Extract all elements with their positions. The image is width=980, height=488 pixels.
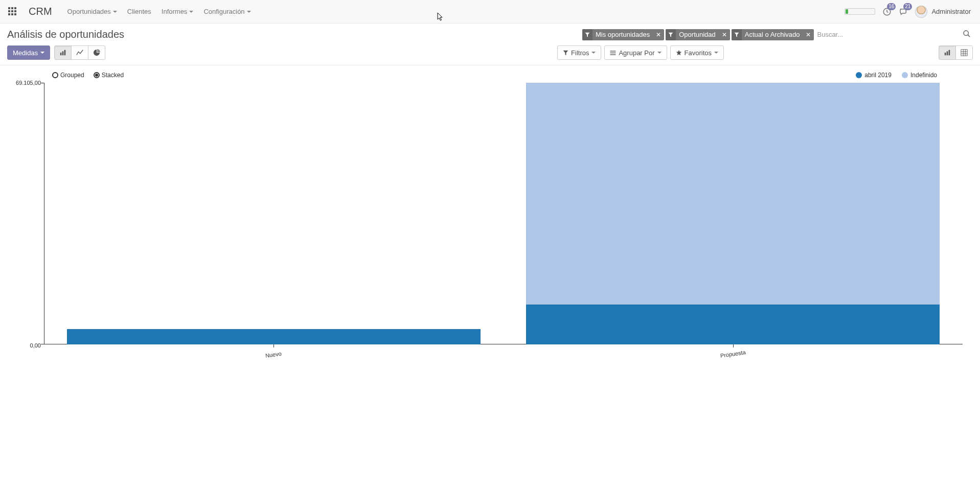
chart-controls: Grouped Stacked abril 2019 Indefinido bbox=[2, 72, 978, 79]
filter-icon bbox=[582, 29, 592, 40]
pie-chart-icon bbox=[93, 49, 100, 56]
svg-rect-10 bbox=[949, 50, 950, 56]
search-facet: Actual o Archivado ✕ bbox=[732, 29, 814, 40]
legend-item[interactable]: Indefinido bbox=[902, 72, 937, 79]
svg-rect-2 bbox=[60, 53, 62, 55]
svg-point-1 bbox=[964, 31, 968, 35]
button-label: Favoritos bbox=[685, 49, 712, 57]
svg-rect-5 bbox=[610, 51, 616, 51]
grid-icon bbox=[961, 49, 968, 56]
navbar-right: 16 21 Administrator bbox=[845, 6, 976, 18]
avatar bbox=[915, 6, 927, 18]
pivot-view-button[interactable] bbox=[955, 45, 973, 60]
line-chart-icon bbox=[76, 49, 83, 56]
grouped-toggle[interactable]: Grouped bbox=[52, 72, 84, 79]
filter-icon bbox=[732, 29, 742, 40]
control-panel: Análisis de oportunidades Mis oportunida… bbox=[0, 24, 980, 65]
legend-label: Indefinido bbox=[910, 72, 937, 79]
messages-icon[interactable]: 21 bbox=[899, 7, 908, 16]
bar-chart-icon bbox=[59, 49, 66, 56]
chart-legend: abril 2019 Indefinido bbox=[856, 72, 937, 79]
nav-item-label: Informes bbox=[162, 8, 188, 15]
bar-segment[interactable] bbox=[526, 83, 940, 305]
measures-button[interactable]: Medidas bbox=[7, 45, 50, 60]
chevron-down-icon bbox=[657, 52, 662, 54]
toggle-label: Grouped bbox=[60, 72, 84, 79]
x-tick-label: Propuesta bbox=[720, 349, 746, 359]
line-chart-button[interactable] bbox=[71, 45, 88, 60]
button-label: Agrupar Por bbox=[619, 49, 654, 57]
facet-label: Actual o Archivado bbox=[742, 31, 803, 38]
bar-segment[interactable] bbox=[526, 305, 940, 344]
chevron-down-icon bbox=[113, 11, 117, 13]
svg-rect-9 bbox=[947, 51, 948, 55]
filter-group: Filtros Agrupar Por Favoritos bbox=[557, 45, 724, 60]
svg-rect-7 bbox=[610, 54, 616, 55]
toggle-label: Stacked bbox=[102, 72, 124, 79]
facet-label: Mis oportunidades bbox=[592, 31, 653, 38]
svg-rect-6 bbox=[610, 52, 616, 53]
filter-icon bbox=[666, 29, 676, 40]
chevron-down-icon bbox=[591, 52, 596, 54]
chevron-down-icon bbox=[247, 11, 251, 13]
facet-remove[interactable]: ✕ bbox=[803, 29, 814, 40]
legend-item[interactable]: abril 2019 bbox=[856, 72, 892, 79]
radio-icon bbox=[52, 72, 58, 78]
graph-view-button[interactable] bbox=[939, 45, 956, 60]
nav-item-label: Configuración bbox=[203, 8, 244, 15]
chart-type-group bbox=[54, 45, 105, 60]
navbar: CRM Oportunidades Clientes Informes Conf… bbox=[0, 0, 980, 24]
y-tick-label: 0,00 bbox=[30, 342, 41, 348]
page-title: Análisis de oportunidades bbox=[7, 29, 124, 40]
bar-group[interactable] bbox=[504, 83, 963, 344]
facet-remove[interactable]: ✕ bbox=[719, 29, 730, 40]
search-bar: Mis oportunidades ✕ Oportunidad ✕ Actual… bbox=[582, 29, 973, 40]
chart-area: Grouped Stacked abril 2019 Indefinido 69… bbox=[0, 65, 980, 359]
nav-item-label: Clientes bbox=[127, 8, 151, 15]
favorites-button[interactable]: Favoritos bbox=[670, 45, 724, 60]
bar-group[interactable] bbox=[44, 83, 504, 344]
star-icon bbox=[676, 50, 682, 56]
chart-plot: 69.105,00 0,00 NuevoPropuesta bbox=[44, 83, 963, 359]
x-tick-label: Nuevo bbox=[265, 351, 282, 359]
activities-icon[interactable]: 16 bbox=[882, 7, 892, 16]
chevron-down-icon bbox=[189, 11, 193, 13]
bar-chart-button[interactable] bbox=[54, 45, 72, 60]
plot-area bbox=[44, 83, 963, 344]
legend-dot bbox=[856, 72, 862, 78]
search-facet: Mis oportunidades ✕ bbox=[582, 29, 664, 40]
nav-item-settings[interactable]: Configuración bbox=[198, 2, 256, 21]
nav-menu: Oportunidades Clientes Informes Configur… bbox=[62, 2, 256, 21]
chevron-down-icon bbox=[40, 52, 44, 54]
y-tick-label: 69.105,00 bbox=[16, 80, 41, 86]
group-by-button[interactable]: Agrupar Por bbox=[604, 45, 667, 60]
pie-chart-button[interactable] bbox=[88, 45, 105, 60]
facet-remove[interactable]: ✕ bbox=[653, 29, 664, 40]
graph-icon bbox=[944, 49, 951, 56]
button-label: Filtros bbox=[571, 49, 589, 57]
x-tick bbox=[733, 344, 734, 347]
legend-dot bbox=[902, 72, 908, 78]
nav-item-reports[interactable]: Informes bbox=[156, 2, 199, 21]
svg-rect-3 bbox=[62, 51, 64, 55]
search-facet: Oportunidad ✕ bbox=[666, 29, 730, 40]
apps-icon[interactable] bbox=[8, 7, 17, 16]
bar-segment[interactable] bbox=[67, 329, 481, 344]
nav-item-label: Oportunidades bbox=[67, 8, 111, 15]
stack-toggle: Grouped Stacked bbox=[52, 72, 124, 79]
legend-label: abril 2019 bbox=[864, 72, 892, 79]
brand[interactable]: CRM bbox=[29, 6, 52, 17]
filters-button[interactable]: Filtros bbox=[557, 45, 601, 60]
nav-item-clients[interactable]: Clientes bbox=[122, 2, 156, 21]
search-facets: Mis oportunidades ✕ Oportunidad ✕ Actual… bbox=[582, 29, 814, 40]
progress-indicator[interactable] bbox=[845, 8, 875, 15]
username: Administrator bbox=[931, 8, 971, 15]
search-icon[interactable] bbox=[961, 30, 973, 39]
search-input[interactable] bbox=[814, 29, 961, 40]
nav-item-opportunities[interactable]: Oportunidades bbox=[62, 2, 122, 21]
list-icon bbox=[610, 50, 616, 56]
svg-rect-8 bbox=[945, 53, 946, 55]
stacked-toggle[interactable]: Stacked bbox=[94, 72, 124, 79]
user-menu[interactable]: Administrator bbox=[915, 6, 976, 18]
button-label: Medidas bbox=[13, 49, 38, 57]
